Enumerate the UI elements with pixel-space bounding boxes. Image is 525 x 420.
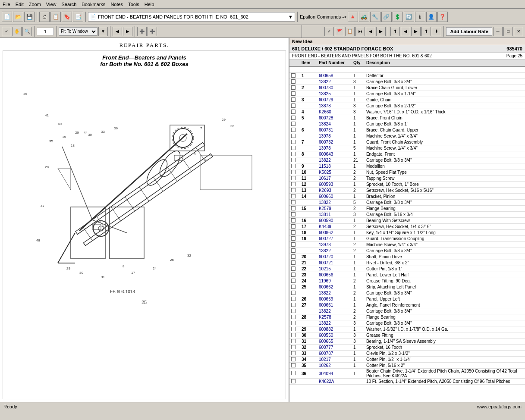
row-check[interactable] (291, 315, 302, 320)
row-check[interactable] (291, 73, 302, 78)
checkbox[interactable] (291, 182, 296, 186)
row-check[interactable] (291, 333, 302, 338)
table-row[interactable]: 296008821Washer, 1-9/32" I.D. x 1-7/8" O… (289, 326, 525, 332)
checkbox[interactable] (291, 315, 296, 319)
row-check[interactable] (291, 248, 302, 254)
row-check[interactable] (291, 85, 302, 91)
check-btn[interactable]: ✓ (324, 27, 334, 36)
checkbox[interactable] (291, 321, 296, 325)
row-check[interactable] (291, 146, 302, 151)
checkbox[interactable] (291, 103, 296, 108)
checkbox[interactable] (291, 188, 296, 192)
up2-btn[interactable]: ⬆ (421, 27, 431, 36)
table-row[interactable]: 138241Carriage Bolt, 3/8 x 1" (289, 121, 525, 127)
prev-page[interactable]: ◀ (113, 27, 122, 36)
table-row[interactable]: 138222Carriage Bolt, 3/8 x 3/4" (289, 308, 525, 314)
row-check[interactable] (291, 200, 302, 205)
table-row[interactable]: 166005901Bearing With Setscrew (289, 218, 525, 224)
table-row[interactable]: 56007281Brace, Front Chain (289, 115, 525, 121)
table-row[interactable]: 139785Machine Screw, 1/4" x 3/4" (289, 145, 525, 151)
row-check[interactable] (291, 91, 302, 97)
eps-btn6[interactable]: 🔄 (404, 12, 414, 22)
row-check[interactable] (291, 140, 302, 145)
checkbox[interactable] (291, 357, 296, 361)
checkbox[interactable] (291, 73, 296, 78)
row-check[interactable] (291, 212, 302, 217)
checkbox[interactable] (291, 371, 296, 375)
checkbox[interactable] (291, 303, 296, 307)
checkbox[interactable] (291, 279, 296, 283)
row-check[interactable] (291, 339, 302, 344)
checkbox[interactable] (291, 152, 296, 156)
checkbox[interactable] (291, 345, 296, 349)
checkbox[interactable] (291, 164, 296, 168)
table-row[interactable]: 276006611Angle, Panel Reinforcement (289, 302, 525, 308)
nav-check[interactable]: ✓ (2, 27, 11, 36)
checkbox[interactable] (291, 122, 296, 126)
checkbox[interactable] (291, 242, 296, 247)
table-row[interactable]: 266006591Panel, Upper Left (289, 296, 525, 302)
row-check[interactable] (291, 97, 302, 103)
checkbox[interactable] (291, 158, 296, 162)
eps-btn7[interactable]: ℹ (415, 12, 425, 22)
checkbox[interactable] (291, 218, 296, 223)
checkbox[interactable] (291, 260, 296, 265)
row-check[interactable] (291, 176, 302, 181)
fit-dropdown[interactable]: Fit To Window Fit To Width Fit To Height (59, 27, 97, 36)
table-row[interactable]: 35102621Cotter Pin, 5/16 x 2" (289, 363, 525, 369)
row-check[interactable] (291, 224, 302, 229)
row-check[interactable] (291, 242, 302, 248)
add-btn[interactable]: ➕ (137, 27, 147, 36)
row-check[interactable] (291, 266, 302, 272)
menu-view[interactable]: View (44, 1, 59, 7)
checkbox[interactable] (291, 146, 296, 150)
eps-btn5[interactable]: 💲 (393, 12, 403, 22)
save-btn[interactable]: 💾 (24, 12, 35, 22)
table-row[interactable]: 196007271Guard, Transmission Coupling (289, 236, 525, 242)
checkbox[interactable] (291, 297, 296, 301)
new-btn[interactable]: 📄 (2, 12, 12, 22)
table-row[interactable]: 1382221Carriage Bolt, 3/8 x 3/4" (289, 157, 525, 163)
row-check[interactable] (291, 206, 302, 211)
eps-btn4[interactable]: 🔗 (381, 12, 392, 22)
table-row[interactable]: 9115181Medallion (289, 163, 525, 169)
checkbox[interactable] (291, 170, 296, 174)
btn4[interactable]: 📑 (73, 12, 83, 22)
checkbox[interactable] (291, 97, 296, 102)
table-row[interactable]: 4K26603Washer, 7/16" I.D. x 1" O.D. x 1/… (289, 109, 525, 115)
row-check[interactable] (291, 303, 302, 308)
btn3[interactable]: 🔖 (62, 12, 72, 22)
checkbox[interactable] (291, 85, 296, 90)
checkbox[interactable] (291, 176, 296, 180)
checkbox[interactable] (291, 91, 296, 96)
next-page[interactable]: ▶ (123, 27, 132, 36)
row-check[interactable] (291, 164, 302, 169)
row-check[interactable] (291, 128, 302, 133)
table-row[interactable]: 306005503Grease Fitting (289, 332, 525, 339)
table-row[interactable]: 76007321Guard, Front Chain Assembly (289, 139, 525, 145)
table-row[interactable]: 126005931Sprocket, 10 Tooth, 1" Bore (289, 182, 525, 188)
table-row[interactable]: 363040941Beater Chain Drive, 1-1/4" Exte… (289, 369, 525, 379)
menu-notes[interactable]: Notes (108, 1, 126, 7)
row-check[interactable] (291, 116, 302, 121)
row-check[interactable] (291, 170, 302, 175)
table-row[interactable]: 138225Carriage Bolt, 3/8 x 3/4" (289, 200, 525, 206)
table-row[interactable]: 22102151Cotter Pin, 1/8 x 1" (289, 266, 525, 272)
checkbox[interactable] (291, 363, 296, 367)
checkbox[interactable] (291, 212, 296, 216)
table-row[interactable]: 28K25782Flange Bearing (289, 314, 525, 320)
fwd-btn[interactable]: ▶ (411, 27, 421, 36)
checkbox[interactable] (291, 79, 296, 84)
checkbox[interactable] (291, 333, 296, 337)
dn-btn[interactable]: ⬇ (432, 27, 441, 36)
add-btn2[interactable]: ➕ (148, 27, 157, 36)
checkbox[interactable] (291, 309, 296, 313)
row-check[interactable] (291, 236, 302, 241)
row-check[interactable] (291, 371, 302, 376)
row-check[interactable] (291, 182, 302, 187)
checkbox[interactable] (291, 273, 296, 277)
row-check[interactable] (291, 309, 302, 314)
row-check[interactable] (291, 279, 302, 284)
menu-zoom[interactable]: Zoom (26, 1, 44, 7)
checkbox[interactable] (291, 206, 296, 210)
